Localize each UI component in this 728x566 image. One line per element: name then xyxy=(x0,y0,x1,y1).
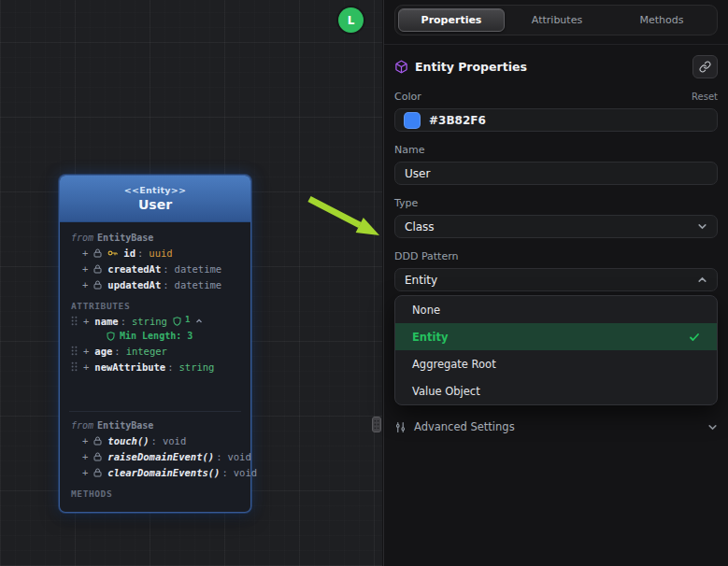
color-field-label: Color xyxy=(394,91,421,103)
visibility-modifier: + xyxy=(82,279,88,290)
lock-icon xyxy=(93,248,102,258)
method-row[interactable]: + clearDomainEvents(): void xyxy=(60,464,250,480)
attribute-row[interactable]: + updatedAt: datetime xyxy=(60,276,250,292)
tab-methods[interactable]: Methods xyxy=(609,8,714,32)
shield-icon xyxy=(107,332,115,341)
visibility-modifier: + xyxy=(82,263,88,275)
panel-title: Entity Properties xyxy=(415,60,527,74)
check-icon xyxy=(689,332,700,343)
attribute-row[interactable]: + name: string 1 xyxy=(60,313,250,329)
name-input-value: User xyxy=(405,167,430,180)
tab-attributes[interactable]: Attributes xyxy=(505,8,609,32)
attributes-section-label: ATTRIBUTES xyxy=(60,298,250,313)
dropdown-option-aggregate-root[interactable]: Aggregate Root xyxy=(395,350,717,377)
drag-handle-icon[interactable] xyxy=(71,346,78,356)
visibility-modifier: + xyxy=(82,248,88,259)
attribute-constraint-row: Min Length: 3 xyxy=(60,329,250,343)
section-divider xyxy=(69,411,241,412)
ddd-pattern-select[interactable]: Entity xyxy=(394,268,718,291)
color-reset-button[interactable]: Reset xyxy=(692,92,718,102)
entity-icon xyxy=(394,60,408,74)
lock-icon xyxy=(93,264,102,274)
chevron-up-icon xyxy=(697,275,707,285)
panel-tab-bar: Properties Attributes Methods xyxy=(394,5,718,35)
validation-count-badge: 1 xyxy=(185,315,190,324)
key-icon xyxy=(107,248,118,258)
link-icon xyxy=(699,61,711,73)
visibility-modifier: + xyxy=(82,435,88,446)
ddd-pattern-field-label: DDD Pattern xyxy=(394,250,458,262)
name-input[interactable]: User xyxy=(394,162,718,185)
type-select[interactable]: Class xyxy=(394,215,718,238)
lock-icon xyxy=(93,436,102,446)
chevron-up-icon[interactable] xyxy=(195,318,203,325)
properties-panel: Properties Attributes Methods Entity Pro… xyxy=(383,0,728,566)
entity-node-user[interactable]: <<Entity>> User from EntityBase + id: xyxy=(59,175,251,513)
color-swatch[interactable] xyxy=(404,112,421,129)
diagram-canvas[interactable]: L <<Entity>> User from EntityBase + xyxy=(0,0,382,566)
visibility-modifier: + xyxy=(82,451,88,462)
link-entity-button[interactable] xyxy=(692,55,718,78)
color-input[interactable]: #3B82F6 xyxy=(394,108,718,132)
visibility-modifier: + xyxy=(83,346,89,357)
sliders-icon xyxy=(394,421,407,433)
collaborator-avatar[interactable]: L xyxy=(338,7,364,33)
methods-section-label: METHODS xyxy=(60,486,250,501)
chevron-down-icon xyxy=(697,221,707,232)
entity-title: User xyxy=(138,197,172,212)
app-window: L <<Entity>> User from EntityBase + xyxy=(0,0,728,566)
visibility-modifier: + xyxy=(82,467,88,478)
lock-icon xyxy=(93,280,102,290)
drag-handle-icon[interactable] xyxy=(71,361,78,372)
lock-icon xyxy=(93,452,102,461)
entity-node-header[interactable]: <<Entity>> User xyxy=(60,176,250,222)
validation-shield-icon[interactable] xyxy=(173,317,181,326)
entity-stereotype: <<Entity>> xyxy=(124,185,187,195)
attribute-row[interactable]: + newAttribute: string xyxy=(60,359,250,375)
ddd-pattern-select-value: Entity xyxy=(405,274,437,287)
advanced-settings-label: Advanced Settings xyxy=(414,420,515,433)
visibility-modifier: + xyxy=(83,316,89,327)
method-row[interactable]: + touch(): void xyxy=(60,432,250,448)
attribute-drop-zone xyxy=(60,375,250,406)
tab-properties[interactable]: Properties xyxy=(398,8,505,32)
attribute-row[interactable]: + age: integer xyxy=(60,343,250,359)
ddd-pattern-dropdown: None Entity Aggregate Root Value Object xyxy=(394,295,718,405)
color-hex-value: #3B82F6 xyxy=(429,114,486,127)
dropdown-option-value-object[interactable]: Value Object xyxy=(395,377,717,404)
method-row[interactable]: + raiseDomainEvent(): void xyxy=(60,448,250,464)
panel-resize-handle[interactable] xyxy=(372,417,381,432)
dropdown-option-none[interactable]: None xyxy=(395,296,717,323)
name-field-label: Name xyxy=(394,144,424,156)
dropdown-option-entity[interactable]: Entity xyxy=(395,323,717,350)
attribute-row[interactable]: + id: uuid xyxy=(60,245,250,261)
grip-dots-icon xyxy=(374,419,379,430)
lock-icon xyxy=(93,468,102,477)
drag-handle-icon[interactable] xyxy=(71,316,78,326)
panel-separator xyxy=(384,44,728,45)
attribute-row[interactable]: + createdAt: datetime xyxy=(60,261,250,276)
entity-node-body: from EntityBase + id: uuid + xyxy=(60,222,250,512)
inherited-source-label: from EntityBase xyxy=(60,230,250,245)
type-field-label: Type xyxy=(394,197,418,209)
visibility-modifier: + xyxy=(83,361,89,373)
advanced-settings-toggle[interactable]: Advanced Settings xyxy=(394,418,718,435)
type-select-value: Class xyxy=(405,220,435,233)
inherited-source-label: from EntityBase xyxy=(60,417,250,432)
chevron-down-icon xyxy=(707,422,718,432)
